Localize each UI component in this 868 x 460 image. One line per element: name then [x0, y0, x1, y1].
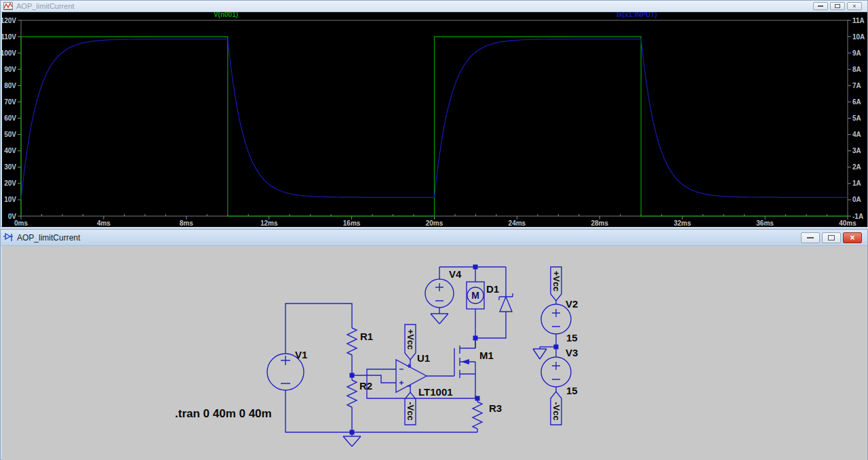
close-icon: × — [852, 3, 856, 9]
close-button[interactable]: × — [843, 232, 862, 243]
close-icon: × — [850, 234, 854, 242]
vcc-plus-label: +Vcc — [406, 329, 416, 350]
motor-letter: M — [471, 290, 479, 301]
minimize-icon — [807, 237, 814, 238]
svg-text:9A: 9A — [852, 49, 861, 57]
svg-text:30V: 30V — [4, 163, 16, 171]
schematic-window-title: AOP_limitCurrent — [17, 233, 80, 243]
voltage-source-v4-label[interactable]: V4 — [449, 268, 462, 280]
diode-d1[interactable]: D1 — [486, 283, 513, 312]
minimize-icon — [818, 5, 823, 7]
maximize-button[interactable] — [822, 232, 841, 243]
svg-text:60V: 60V — [4, 114, 16, 122]
waveform-titlebar[interactable]: AOP_limitCurrent × — [1, 1, 867, 12]
vcc-minus-label: -Vcc — [551, 402, 561, 420]
ground-flag-v4[interactable] — [431, 314, 448, 324]
voltage-source-v3-value[interactable]: 15 — [566, 385, 578, 396]
minimize-button[interactable] — [801, 232, 820, 243]
voltage-source-v2-value[interactable]: 15 — [566, 332, 578, 343]
waveform-window: AOP_limitCurrent × 120V110V100V90V80V70V… — [0, 0, 868, 227]
svg-text:8A: 8A — [852, 66, 861, 73]
svg-text:6A: 6A — [852, 98, 861, 106]
svg-text:4A: 4A — [852, 131, 861, 138]
svg-text:20ms: 20ms — [426, 219, 443, 227]
diode-d1-label[interactable]: D1 — [486, 283, 499, 295]
vcc-minus-label: -Vcc — [406, 402, 416, 420]
voltage-source-v3-label[interactable]: V3 — [566, 347, 578, 358]
vcc-plus-label: +Vcc — [551, 271, 561, 292]
svg-text:28ms: 28ms — [591, 219, 609, 227]
voltage-source-v1[interactable]: V1 — [267, 349, 307, 390]
svg-text:2A: 2A — [852, 163, 861, 171]
waveform-window-title: AOP_limitCurrent — [16, 2, 75, 10]
svg-text:36ms: 36ms — [756, 219, 774, 227]
svg-text:-1A: -1A — [852, 213, 863, 220]
svg-text:100V: 100V — [2, 49, 16, 57]
mosfet-m1-label[interactable]: M1 — [479, 350, 494, 361]
voltage-source-v1-label[interactable]: V1 — [295, 349, 307, 360]
mosfet-m1[interactable]: M1 — [454, 338, 494, 378]
voltage-source-v3[interactable]: V3 15 — [541, 347, 578, 396]
voltage-source-v4[interactable]: V4 — [425, 268, 462, 314]
waveform-chart: 120V110V100V90V80V70V60V50V40V30V20V10V0… — [2, 12, 867, 227]
svg-text:32ms: 32ms — [673, 219, 691, 227]
svg-text:24ms: 24ms — [509, 219, 526, 227]
svg-text:40ms: 40ms — [839, 219, 856, 227]
svg-text:16ms: 16ms — [343, 219, 361, 227]
svg-text:V(n001): V(n001) — [214, 12, 238, 18]
resistor-r1-label[interactable]: R1 — [360, 331, 373, 342]
svg-text:11A: 11A — [852, 17, 865, 24]
opamp-u1[interactable]: U1 LT1001 — [396, 352, 453, 398]
svg-text:1A: 1A — [852, 180, 861, 187]
schematic-window: AOP_limitCurrent × — [0, 229, 868, 460]
wires — [285, 267, 556, 432]
schematic-canvas[interactable]: R1 R2 R3 V1 V4 — [2, 246, 867, 460]
svg-text:20V: 20V — [4, 180, 16, 187]
ground-flag-v2v3[interactable] — [533, 347, 547, 359]
vcc-plus-flag-v2[interactable]: +Vcc — [551, 267, 561, 301]
voltage-source-v2[interactable]: V2 15 — [541, 298, 578, 343]
waveform-window-icon — [3, 2, 13, 10]
svg-text:5A: 5A — [852, 114, 861, 122]
svg-text:120V: 120V — [2, 17, 16, 24]
svg-text:0ms: 0ms — [14, 219, 28, 227]
resistor-r3-label[interactable]: R3 — [489, 402, 502, 414]
resistor-r2-label[interactable]: R2 — [359, 380, 372, 392]
svg-text:7A: 7A — [852, 82, 861, 89]
svg-text:10A: 10A — [852, 33, 865, 41]
maximize-icon — [828, 235, 835, 241]
resistor-r3[interactable]: R3 — [473, 402, 502, 429]
close-button[interactable]: × — [847, 2, 862, 10]
spice-directive[interactable]: .tran 0 40m 0 40m — [175, 407, 272, 420]
minimize-button[interactable] — [813, 2, 828, 10]
svg-text:0V: 0V — [8, 213, 17, 220]
schematic-drawing: R1 R2 R3 V1 V4 — [2, 246, 867, 460]
maximize-icon — [835, 4, 840, 8]
svg-text:50V: 50V — [4, 131, 16, 138]
svg-text:40V: 40V — [4, 147, 16, 154]
vcc-minus-flag-v3[interactable]: -Vcc — [551, 392, 561, 425]
opamp-u1-label[interactable]: U1 — [417, 352, 430, 364]
svg-text:3A: 3A — [852, 147, 861, 154]
voltage-source-v2-label[interactable]: V2 — [566, 298, 578, 310]
svg-text:8ms: 8ms — [180, 219, 193, 227]
resistor-r2[interactable]: R2 — [347, 380, 372, 407]
svg-text:12ms: 12ms — [260, 219, 278, 227]
svg-text:110V: 110V — [2, 33, 16, 41]
svg-text:10V: 10V — [4, 196, 16, 203]
maximize-button[interactable] — [830, 2, 845, 10]
svg-text:Ix(x1:INPUT): Ix(x1:INPUT) — [616, 12, 656, 18]
opamp-u1-value[interactable]: LT1001 — [418, 386, 453, 398]
vcc-plus-flag-opamp[interactable]: +Vcc — [405, 325, 416, 360]
svg-text:70V: 70V — [4, 98, 16, 106]
resistor-r1[interactable]: R1 — [347, 328, 373, 355]
motor-symbol[interactable]: M — [467, 282, 484, 309]
vcc-minus-flag-opamp[interactable]: -Vcc — [405, 392, 416, 425]
schematic-window-icon — [3, 232, 14, 243]
svg-text:80V: 80V — [4, 82, 16, 89]
schematic-titlebar[interactable]: AOP_limitCurrent × — [1, 230, 867, 246]
svg-text:0A: 0A — [852, 196, 861, 203]
svg-text:4ms: 4ms — [97, 219, 111, 227]
svg-text:90V: 90V — [4, 66, 16, 73]
waveform-plot-area[interactable]: 120V110V100V90V80V70V60V50V40V30V20V10V0… — [2, 12, 867, 227]
